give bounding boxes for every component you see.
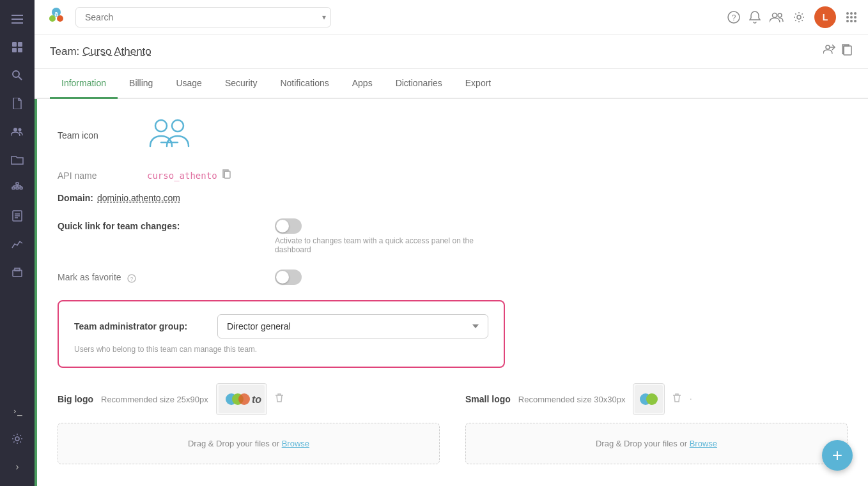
tab-usage[interactable]: Usage: [164, 69, 213, 99]
favorite-row: Mark as favorite ?: [58, 270, 848, 285]
tools-icon[interactable]: [4, 259, 30, 285]
apps-grid-button[interactable]: [845, 11, 858, 24]
api-name-label: API name: [58, 171, 147, 181]
admin-group-row: Team administrator group: Director gener…: [74, 314, 488, 338]
big-logo-delete-icon[interactable]: [275, 393, 284, 406]
big-logo-preview: to: [216, 383, 267, 415]
svg-point-10: [19, 128, 22, 132]
svg-point-48: [155, 120, 167, 132]
small-logo-item: Small logo Recommended size 30x30px: [465, 383, 848, 464]
team-icon: [147, 114, 192, 156]
big-logo-item: Big logo Recommended size 25x90px to: [58, 383, 440, 464]
team-name-link[interactable]: Curso Athento: [82, 45, 151, 57]
svg-rect-14: [20, 187, 22, 189]
admin-group-label: Team administrator group:: [74, 321, 202, 331]
svg-point-38: [854, 12, 856, 15]
top-navigation: a ▾ ? L: [35, 0, 868, 34]
svg-rect-1: [12, 19, 23, 20]
quick-link-toggle[interactable]: [275, 218, 302, 234]
documents-icon[interactable]: [4, 91, 30, 116]
expand-icon[interactable]: ›: [4, 454, 30, 480]
copy-icon[interactable]: [841, 43, 853, 59]
big-logo-dropzone[interactable]: Drag & Drop your files or Browse: [58, 423, 440, 464]
quick-link-hint: Activate to changes team with a quick ac…: [275, 236, 479, 254]
team-settings-button[interactable]: [793, 11, 805, 24]
svg-rect-25: [15, 268, 20, 271]
fab-add-button[interactable]: +: [822, 440, 853, 471]
svg-rect-2: [12, 22, 23, 24]
small-logo-extra: ·: [689, 393, 692, 405]
folders-icon[interactable]: [4, 147, 30, 172]
admin-group-box: Team administrator group: Director gener…: [58, 300, 505, 368]
small-logo-label: Small logo: [465, 394, 511, 404]
svg-rect-3: [12, 42, 17, 47]
svg-point-9: [13, 128, 17, 132]
search-icon[interactable]: [4, 63, 30, 88]
search-bar: ▾: [75, 7, 331, 27]
help-button[interactable]: ?: [727, 11, 740, 24]
admin-group-hint: Users who belong to this team can manage…: [74, 345, 488, 354]
svg-text:a: a: [54, 10, 58, 17]
main-area: a ▾ ? L: [35, 0, 868, 486]
app-logo[interactable]: a: [45, 4, 68, 30]
favorite-help-icon: ?: [127, 273, 136, 282]
copy-api-icon[interactable]: [222, 169, 231, 181]
svg-point-49: [172, 120, 183, 132]
tab-billing[interactable]: Billing: [118, 69, 164, 99]
hamburger-menu[interactable]: [4, 6, 30, 32]
browse-link[interactable]: Browse: [282, 439, 309, 448]
notifications-button[interactable]: [749, 11, 761, 24]
share-users-icon[interactable]: [823, 43, 836, 59]
hierarchy-icon[interactable]: [4, 175, 30, 201]
big-logo-label: Big logo: [58, 394, 93, 404]
small-logo-dropzone[interactable]: Drag & Drop your files or Browse: [465, 423, 848, 464]
dashboard-icon[interactable]: [4, 34, 30, 60]
search-input[interactable]: [75, 7, 331, 27]
svg-point-40: [850, 16, 853, 19]
logos-section: Big logo Recommended size 25x90px to: [58, 383, 848, 464]
small-logo-header: Small logo Recommended size 30x30px: [465, 383, 848, 415]
page-title-prefix: Team:: [50, 45, 79, 57]
domain-row: Domain: dominio.athento.com: [58, 193, 848, 203]
tab-export[interactable]: Export: [454, 69, 502, 99]
svg-rect-13: [16, 187, 19, 189]
team-icon-label: Team icon: [58, 130, 147, 140]
settings-icon[interactable]: [4, 426, 30, 452]
quick-link-label: Quick link for team changes:: [58, 218, 275, 231]
quick-link-row: Quick link for team changes: Activate to…: [58, 218, 848, 254]
api-name-row: API name curso_athento: [58, 169, 848, 181]
domain-label: Domain:: [58, 193, 93, 203]
topnav-actions: ? L: [727, 6, 858, 28]
tab-apps[interactable]: Apps: [341, 69, 384, 99]
svg-text:to: to: [252, 394, 261, 405]
search-dropdown-button[interactable]: ▾: [322, 13, 326, 22]
svg-rect-51: [224, 171, 230, 178]
terminal-icon[interactable]: ›_: [4, 398, 30, 423]
svg-point-7: [13, 71, 19, 77]
svg-point-42: [846, 20, 849, 22]
users-icon[interactable]: [4, 119, 30, 144]
user-avatar[interactable]: L: [814, 6, 836, 28]
svg-point-45: [826, 45, 830, 49]
svg-rect-47: [844, 46, 851, 55]
svg-point-44: [854, 20, 856, 22]
tab-dictionaries[interactable]: Dictionaries: [384, 69, 454, 99]
tab-security[interactable]: Security: [213, 69, 269, 99]
reports-icon[interactable]: [4, 203, 30, 229]
svg-point-43: [850, 20, 853, 22]
panel: Team icon API name curso_athento: [35, 99, 868, 486]
svg-point-39: [846, 16, 849, 19]
favorite-label: Mark as favorite ?: [58, 270, 275, 283]
small-logo-delete-icon[interactable]: [672, 393, 681, 406]
tab-notifications[interactable]: Notifications: [268, 69, 340, 99]
svg-line-8: [19, 77, 22, 80]
tab-information[interactable]: Information: [50, 69, 118, 99]
admin-group-select[interactable]: Director general Admin Manager Team Lead: [217, 314, 488, 338]
small-browse-link[interactable]: Browse: [690, 439, 717, 448]
small-logo-size: Recommended size 30x30px: [518, 395, 626, 404]
team-members-button[interactable]: [770, 11, 784, 23]
favorite-toggle[interactable]: [275, 270, 302, 285]
dropzone-text: Drag & Drop your files or: [188, 439, 279, 448]
domain-value: dominio.athento.com: [97, 193, 180, 203]
analytics-icon[interactable]: [4, 231, 30, 257]
